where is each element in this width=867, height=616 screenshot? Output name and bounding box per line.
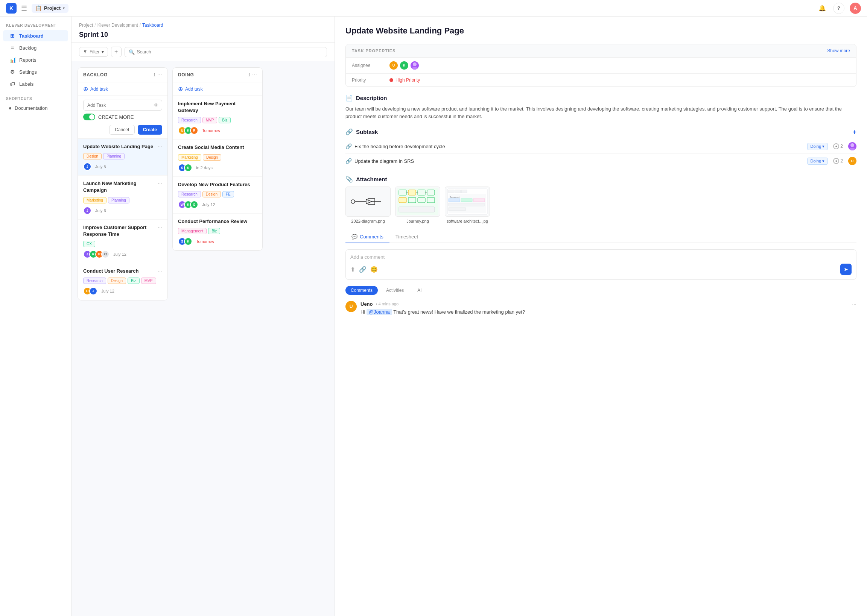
notifications-button[interactable]: 🔔 xyxy=(817,3,828,14)
comment-avatar: U xyxy=(345,301,357,312)
breadcrumb: Project / Klever Development / Taskboard xyxy=(79,22,327,28)
attachment-journey[interactable]: Journey.png xyxy=(395,187,440,223)
label-design[interactable]: Design xyxy=(203,154,221,160)
add-subtask-button[interactable]: + xyxy=(852,129,856,135)
label-planning[interactable]: Planning xyxy=(108,197,129,203)
label-planning[interactable]: Planning xyxy=(103,153,124,159)
create-button[interactable]: Create xyxy=(138,125,162,135)
label-design[interactable]: Design xyxy=(83,153,102,159)
project-selector[interactable]: 📋 Project ▾ xyxy=(31,4,68,13)
task-more-icon[interactable]: ··· xyxy=(158,224,162,230)
backlog-col-count: 1 xyxy=(154,72,156,77)
attachment-thumb-journey xyxy=(395,187,440,217)
label-mvp[interactable]: MVP xyxy=(203,117,217,123)
label-cx[interactable]: CX xyxy=(83,241,95,247)
subtask-item-2: 🔗 Update the diagram in SRS Doing ▾ ● 2 … xyxy=(345,154,856,168)
label-design[interactable]: Design xyxy=(108,278,126,284)
search-input[interactable] xyxy=(137,49,323,55)
sidebar-section-label: KLEVER DEVELOPMENT xyxy=(0,17,71,30)
task-card-marketing[interactable]: Launch New Marketing Campaign ··· Market… xyxy=(78,176,167,219)
sidebar-label-settings: Settings xyxy=(19,69,37,75)
tab-comments[interactable]: 💬 Comments xyxy=(345,231,389,243)
filter-tab-all[interactable]: All xyxy=(412,286,428,295)
tab-timesheet[interactable]: Timesheet xyxy=(389,231,424,243)
link-icon[interactable]: 🔗 xyxy=(359,266,367,273)
label-management[interactable]: Management xyxy=(178,228,206,234)
label-biz[interactable]: Biz xyxy=(127,278,140,284)
subtask-title: Subtask xyxy=(356,129,378,135)
label-research[interactable]: Research xyxy=(83,278,106,284)
add-filter-button[interactable]: + xyxy=(111,47,121,57)
breadcrumb-project[interactable]: Project xyxy=(79,22,93,28)
label-research[interactable]: Research xyxy=(178,191,201,198)
sidebar-label-labels: Labels xyxy=(19,81,33,87)
label-biz[interactable]: Biz xyxy=(208,228,220,234)
subtask-status-2[interactable]: Doing ▾ xyxy=(807,157,828,165)
svg-point-1 xyxy=(412,67,418,69)
comments-timesheet-tabs: 💬 Comments Timesheet xyxy=(345,231,856,243)
task-card-performance-review[interactable]: Conduct Performance Review Management Bi… xyxy=(173,214,262,250)
subtask-count-icon: ● xyxy=(833,143,839,149)
task-more-icon[interactable]: ··· xyxy=(158,180,162,186)
sidebar-item-settings[interactable]: ⚙ Settings xyxy=(3,66,68,77)
task-card-customer-support[interactable]: Improve Customer Support Response Time ·… xyxy=(78,220,167,263)
user-avatar[interactable]: A xyxy=(850,3,861,14)
doing-col-menu[interactable]: ··· xyxy=(252,71,257,78)
comment-submit-button[interactable]: ➤ xyxy=(840,264,851,275)
help-button[interactable]: ? xyxy=(833,3,844,14)
backlog-col-menu[interactable]: ··· xyxy=(157,71,162,78)
backlog-add-task-row[interactable]: ⊕ Add task xyxy=(78,82,167,96)
emoji-icon[interactable]: 😊 xyxy=(370,266,378,273)
sidebar-item-backlog[interactable]: ≡ Backlog xyxy=(3,42,68,53)
upload-icon[interactable]: ⬆ xyxy=(350,266,355,273)
task-more-icon[interactable]: ··· xyxy=(158,143,162,149)
svg-rect-34 xyxy=(448,207,466,211)
attachment-software[interactable]: Component software architect...jpg xyxy=(445,187,490,223)
add-task-icon: ⊕ xyxy=(83,85,88,93)
task-card-social-media[interactable]: Create Social Media Content Marketing De… xyxy=(173,140,262,176)
subtask-status-1[interactable]: Doing ▾ xyxy=(807,143,828,150)
sprint-title: Sprint 10 xyxy=(79,31,327,39)
label-design[interactable]: Design xyxy=(203,191,221,198)
label-research[interactable]: Research xyxy=(178,117,201,123)
breadcrumb-klever[interactable]: Klever Development xyxy=(98,22,138,28)
filter-button[interactable]: ⛛ Filter ▾ xyxy=(79,47,108,57)
label-mvp[interactable]: MVP xyxy=(141,278,156,284)
create-more-toggle[interactable] xyxy=(83,113,95,120)
sidebar-item-reports[interactable]: 📊 Reports xyxy=(3,54,68,66)
task-date: July 5 xyxy=(95,164,106,169)
add-task-input[interactable] xyxy=(87,103,150,108)
sidebar-item-taskboard[interactable]: ⊞ Taskboard xyxy=(3,30,68,41)
sidebar-shortcut-documentation[interactable]: Documentation xyxy=(3,104,68,113)
detail-title: Update Website Landing Page xyxy=(345,25,856,36)
labels-icon: 🏷 xyxy=(9,81,16,87)
create-more-label: CREATE MORE xyxy=(98,114,134,120)
doing-add-task-row[interactable]: ⊕ Add task xyxy=(173,82,262,96)
comments-icon: 💬 xyxy=(351,234,357,240)
label-marketing[interactable]: Marketing xyxy=(178,154,201,160)
sidebar-item-labels[interactable]: 🏷 Labels xyxy=(3,78,68,90)
filter-tab-comments[interactable]: Comments xyxy=(345,286,378,295)
eye-icon[interactable]: 👁 xyxy=(154,102,159,108)
task-card-product-features[interactable]: Develop New Product Features Research De… xyxy=(173,177,262,214)
comment-menu-icon[interactable]: ··· xyxy=(852,301,856,307)
filter-tab-activities[interactable]: Activities xyxy=(381,286,409,295)
breadcrumb-taskboard[interactable]: Taskboard xyxy=(142,22,163,28)
subtask-link-icon: 🔗 xyxy=(345,158,351,164)
task-card-update-website[interactable]: Update Website Landing Page ··· Design P… xyxy=(78,139,167,176)
project-label: Project xyxy=(44,5,61,11)
label-marketing[interactable]: Marketing xyxy=(83,197,107,203)
task-date: July 12 xyxy=(101,289,114,293)
task-properties: TASK PROPERTIES Show more Assignee U K P… xyxy=(345,44,856,87)
show-more-button[interactable]: Show more xyxy=(827,48,850,53)
cancel-button[interactable]: Cancel xyxy=(109,125,134,135)
task-card-payment[interactable]: Implement New Payment Gateway Research M… xyxy=(173,96,262,140)
comment-mention: @Joanna xyxy=(367,309,392,315)
hamburger-menu[interactable]: ☰ xyxy=(21,4,27,13)
attachment-diagram[interactable]: 2022-diagram.png xyxy=(345,187,390,223)
label-fe[interactable]: FE xyxy=(222,191,234,198)
task-more-icon[interactable]: ··· xyxy=(158,268,162,274)
comment-placeholder[interactable]: Add a comment xyxy=(350,254,851,260)
task-card-user-research[interactable]: Conduct User Research ··· Research Desig… xyxy=(78,263,167,300)
label-biz[interactable]: Biz xyxy=(219,117,231,123)
